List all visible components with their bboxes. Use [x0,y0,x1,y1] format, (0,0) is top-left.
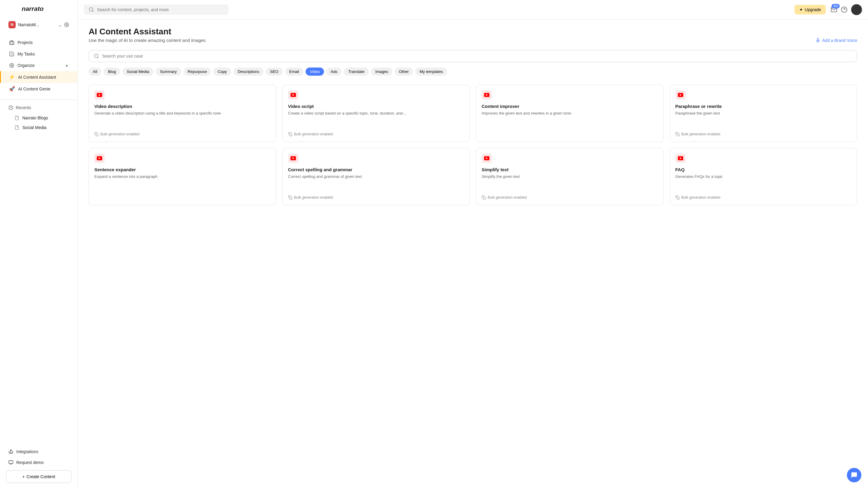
card-title: Video description [94,104,271,109]
filter-pill-video[interactable]: Video [306,67,324,76]
sidebar-item-ai-content-genie[interactable]: 🚀 AI Content Genie [0,83,78,95]
svg-point-1 [66,24,67,25]
monitor-icon [8,460,13,465]
svg-line-17 [97,57,98,58]
bulk-generation-badge: Bulk generation enabled [94,132,271,136]
svg-rect-8 [9,461,13,463]
filter-pill-my-templates[interactable]: My templates [415,67,447,76]
sidebar-item-label: Projects [18,40,33,45]
card-description: Improves the given text and rewrites in … [482,111,658,116]
svg-rect-23 [290,133,292,136]
file-icon [14,116,19,120]
recent-item[interactable]: Narrato Blogs [8,113,69,123]
rocket-icon: 🚀 [9,86,15,92]
youtube-icon [675,154,686,163]
filter-pill-all[interactable]: All [89,67,101,76]
filter-pill-blog[interactable]: Blog [104,67,120,76]
svg-rect-20 [96,133,98,136]
youtube-icon [94,154,104,163]
usecase-search-input[interactable] [102,54,852,59]
template-card[interactable]: Sentence expander Expand a sentence into… [89,148,276,205]
svg-text:narrato: narrato [22,5,44,12]
youtube-icon [482,154,492,163]
user-avatar[interactable] [851,4,862,15]
global-search[interactable] [84,4,228,15]
filter-pill-other[interactable]: Other [395,67,413,76]
clock-icon [8,105,13,110]
template-card[interactable]: Video description Generate a video descr… [89,85,276,142]
upgrade-button[interactable]: ✦ Upgrade [795,5,826,14]
svg-point-4 [10,63,14,67]
upgrade-label: Upgrade [805,7,821,12]
notification-badge: 365 [832,4,840,8]
sidebar-item-organize[interactable]: Organize ▶ [0,60,78,71]
search-icon [94,53,99,59]
svg-rect-28 [677,133,679,136]
filter-pill-copy[interactable]: Copy [213,67,231,76]
integrations-label: Integrations [16,449,38,454]
create-content-button[interactable]: + Create Content [6,470,71,483]
workspace-name: NarratoM... [18,22,56,27]
lightning-icon: ⚡ [9,74,15,80]
workspace-selector[interactable]: N NarratoM... ⌄ [0,18,78,32]
template-card[interactable]: Correct spelling and grammar Correct spe… [282,148,470,205]
youtube-icon [94,90,104,99]
filter-pill-social-media[interactable]: Social Media [122,67,153,76]
filter-pill-ads[interactable]: Ads [327,67,341,76]
filter-pill-seo[interactable]: SEO [266,67,282,76]
add-brand-voice-link[interactable]: Add a Brand Voice [815,38,857,43]
sidebar-item-my-tasks[interactable]: My Tasks [0,48,78,60]
sliders-icon [9,63,14,68]
youtube-icon [288,154,299,163]
file-icon [14,125,19,130]
recent-item-label: Narrato Blogs [22,116,48,120]
logo[interactable]: narrato [0,0,78,18]
bulk-generation-badge: Bulk generation enabled [288,132,464,136]
workspace-badge: N [8,21,16,28]
svg-rect-2 [10,41,14,44]
request-demo-link[interactable]: Request demo [6,457,71,468]
request-demo-label: Request demo [16,460,44,465]
recent-item-label: Social Media [22,125,46,130]
mic-icon [815,38,820,43]
template-card[interactable]: Video script Create a video script based… [282,85,470,142]
chat-icon [851,472,858,479]
template-card[interactable]: Simplify text Simplify the given text Bu… [476,148,664,205]
sidebar-nav: Projects My Tasks Organize ▶ ⚡ AI Conten… [0,32,78,99]
filter-pill-summary[interactable]: Summary [156,67,181,76]
filter-pill-email[interactable]: Email [285,67,304,76]
brand-voice-label: Add a Brand Voice [822,38,857,43]
filter-pill-translate[interactable]: Translate [344,67,369,76]
filter-pill-repurpose[interactable]: Repurpose [184,67,211,76]
sidebar-item-projects[interactable]: Projects [0,37,78,48]
create-content-label: Create Content [27,474,55,479]
recent-item[interactable]: Social Media [8,123,69,132]
help-icon[interactable] [841,6,847,13]
card-title: Paraphrase or rewrite [675,104,852,109]
svg-point-16 [94,54,98,58]
sidebar-item-ai-content-assistant[interactable]: ⚡ AI Content Assistant [0,71,78,83]
template-card[interactable]: Paraphrase or rewrite Paraphrase the giv… [670,85,858,142]
sidebar-item-label: My Tasks [18,52,35,56]
filter-pill-images[interactable]: Images [371,67,393,76]
template-card[interactable]: Content improver Improves the given text… [476,85,664,142]
notifications-button[interactable]: 365 [831,6,837,13]
svg-rect-36 [483,197,486,199]
card-title: Video script [288,104,464,109]
card-description: Generate a video description using a tit… [94,111,271,116]
search-input[interactable] [97,7,224,12]
chat-fab[interactable] [847,468,861,482]
card-description: Create a video script based on a specifi… [288,111,464,116]
sparkle-icon: ✦ [799,7,803,12]
sidebar-item-label: Organize [18,63,35,68]
card-description: Generates FAQs for a topic [675,174,852,179]
gear-icon[interactable] [64,22,69,27]
bulk-generation-badge: Bulk generation enabled [675,132,852,136]
usecase-search[interactable] [89,50,857,62]
sidebar-item-label: AI Content Assistant [18,75,56,80]
filter-pill-descriptions[interactable]: Descriptions [234,67,264,76]
card-title: Correct spelling and grammar [288,167,464,172]
chevron-right-icon: ▶ [66,64,68,67]
integrations-link[interactable]: Integrations [6,446,71,457]
template-card[interactable]: FAQ Generates FAQs for a topic Bulk gene… [670,148,858,205]
